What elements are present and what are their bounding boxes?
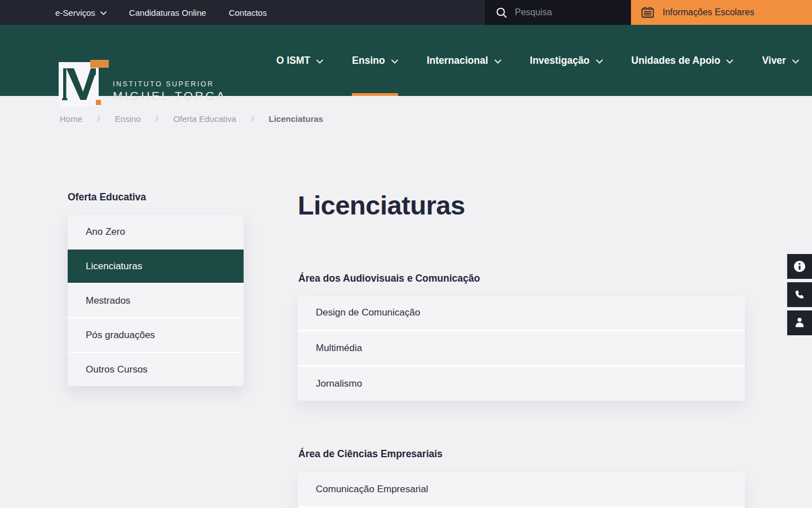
topbar-link-label: Candidaturas Online (129, 8, 206, 17)
nav-label: Investigação (530, 55, 590, 67)
info-button[interactable] (787, 254, 812, 279)
sidebar-item-outros-cursos[interactable]: Outros Cursos (68, 353, 244, 386)
nav-item-o-ismt[interactable]: O ISMT (276, 25, 323, 96)
topbar-links: e-Serviços Candidaturas Online Contactos (0, 0, 485, 25)
nav-label: Viver (762, 55, 786, 67)
topbar-link-candidaturas[interactable]: Candidaturas Online (129, 8, 206, 17)
ismt-logo-text: INSTITUTO SUPERIOR MIGUEL TORGA (113, 80, 226, 107)
informacoes-escolares-button[interactable]: Informações Escolares (631, 0, 812, 25)
breadcrumb-current-licenciaturas: Licenciaturas (269, 114, 324, 124)
phone-button[interactable] (787, 282, 812, 307)
chevron-down-icon (391, 59, 398, 64)
topbar-link-eservicos[interactable]: e-Serviços (55, 8, 107, 17)
ismt-logo[interactable]: INSTITUTO SUPERIOR MIGUEL TORGA (59, 60, 226, 107)
sidebar-item-licenciaturas[interactable]: Licenciaturas (68, 249, 244, 283)
floating-action-buttons (787, 254, 812, 335)
chevron-down-icon (316, 59, 323, 64)
newspaper-icon (641, 7, 654, 19)
page-title: Licenciaturas (298, 190, 465, 221)
person-button[interactable] (787, 310, 812, 335)
breadcrumb-separator: / (98, 115, 100, 123)
course-list-ciencias-empresariais: Comunicação Empresarial (298, 472, 745, 508)
course-item-jornalismo[interactable]: Jornalismo (298, 367, 745, 401)
breadcrumb-ensino[interactable]: Ensino (115, 114, 141, 124)
chevron-down-icon (100, 11, 107, 15)
topbar-link-label: Contactos (229, 8, 267, 17)
nav-item-ensino[interactable]: Ensino (352, 25, 398, 96)
search-box[interactable] (485, 0, 631, 25)
nav-label: Internacional (427, 55, 488, 67)
chevron-down-icon (495, 59, 501, 64)
chevron-down-icon (726, 59, 733, 64)
breadcrumb: Home / Ensino / Oferta Educativa / Licen… (60, 114, 323, 124)
ismt-logo-mark-icon (59, 60, 109, 107)
nav-label: Ensino (352, 55, 385, 67)
person-icon (794, 317, 805, 329)
course-item-multimedia[interactable]: Multimédia (298, 331, 745, 365)
nav-label: Unidades de Apoio (632, 55, 721, 67)
nav-item-investigacao[interactable]: Investigação (530, 25, 603, 96)
phone-icon (794, 289, 805, 300)
chevron-down-icon (596, 59, 603, 64)
chevron-down-icon (792, 59, 799, 64)
breadcrumb-home[interactable]: Home (60, 114, 82, 124)
section-heading-audiovisuais: Área dos Audiovisuais e Comunicação (298, 273, 480, 284)
sidebar-title: Oferta Educativa (68, 191, 146, 203)
topbar-link-label: e-Serviços (55, 8, 95, 17)
nav-item-viver[interactable]: Viver (762, 25, 799, 96)
main-header: INSTITUTO SUPERIOR MIGUEL TORGA O ISMT E… (0, 25, 812, 96)
sidebar-item-ano-zero[interactable]: Ano Zero (68, 215, 244, 248)
breadcrumb-separator: / (156, 115, 158, 123)
nav-item-unidades-de-apoio[interactable]: Unidades de Apoio (632, 25, 734, 96)
course-item-design-de-comunicacao[interactable]: Design de Comunicação (298, 296, 745, 330)
sidebar-item-pos-graduacoes[interactable]: Pós graduações (68, 318, 244, 352)
section-heading-ciencias-empresariais: Área de Ciências Empresariais (298, 448, 443, 460)
topbar-link-contactos[interactable]: Contactos (229, 8, 267, 17)
oferta-educativa-menu: Ano Zero Licenciaturas Mestrados Pós gra… (68, 215, 244, 386)
informacoes-escolares-label: Informações Escolares (663, 7, 754, 17)
sidebar-item-mestrados[interactable]: Mestrados (68, 284, 244, 317)
nav-item-internacional[interactable]: Internacional (427, 25, 501, 96)
main-nav: O ISMT Ensino Internacional Investigação… (276, 25, 799, 96)
nav-label: O ISMT (276, 55, 310, 67)
logo-line2: MIGUEL TORGA (113, 89, 226, 103)
info-icon (793, 260, 806, 273)
course-list-audiovisuais: Design de Comunicação Multimédia Jornali… (298, 296, 745, 401)
top-utility-bar: e-Serviços Candidaturas Online Contactos (0, 0, 812, 25)
breadcrumb-oferta-educativa[interactable]: Oferta Educativa (173, 114, 236, 124)
logo-line1: INSTITUTO SUPERIOR (113, 80, 226, 88)
breadcrumb-separator: / (251, 115, 254, 123)
course-item-comunicacao-empresarial[interactable]: Comunicação Empresarial (298, 472, 745, 506)
search-input[interactable] (515, 7, 611, 17)
search-icon (496, 7, 508, 19)
